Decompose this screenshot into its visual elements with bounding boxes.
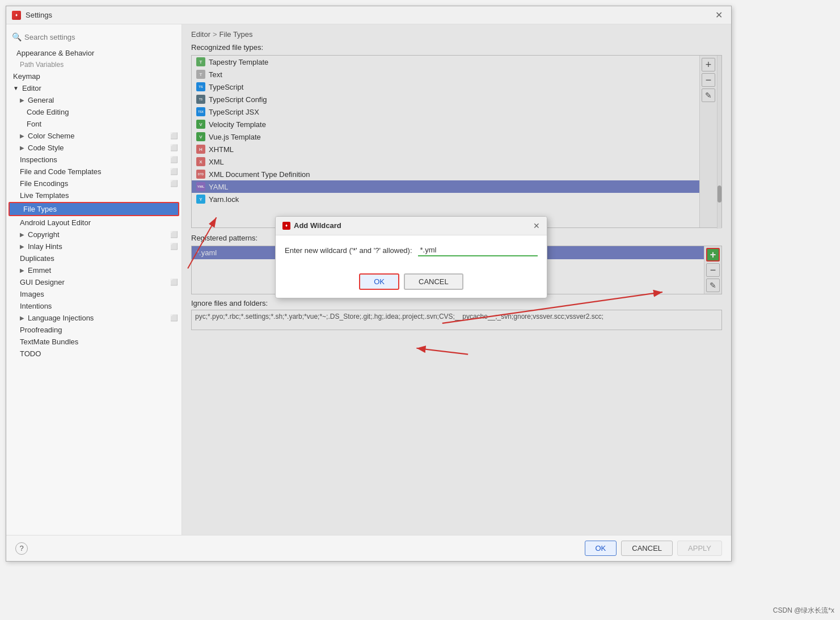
dialog-title: ♦ Add Wildcard <box>282 221 341 230</box>
copy-icon: ⬜ <box>170 314 178 322</box>
sidebar-item-label: Copyright <box>28 230 60 239</box>
sidebar-item-editor[interactable]: ▼ Editor <box>6 82 181 94</box>
sidebar-item-todo[interactable]: TODO <box>6 348 181 360</box>
arrow-icon: ▶ <box>20 267 24 273</box>
sidebar-item-intentions[interactable]: Intentions <box>6 300 181 312</box>
sidebar-item-label: Code Style <box>28 144 64 152</box>
copy-icon: ⬜ <box>170 231 178 238</box>
sidebar-item-general[interactable]: ▶ General <box>6 94 181 106</box>
add-wildcard-dialog: ♦ Add Wildcard ✕ Enter new wildcard ('*'… <box>275 216 547 298</box>
copy-icon: ⬜ <box>170 168 178 175</box>
sidebar-item-copyright[interactable]: ▶ Copyright ⬜ <box>6 229 181 241</box>
copy-icon: ⬜ <box>170 156 178 163</box>
sidebar-item-label: Language Injections <box>28 314 94 322</box>
dialog-cancel-button[interactable]: CANCEL <box>404 273 463 290</box>
sidebar-item-emmet[interactable]: ▶ Emmet <box>6 264 181 276</box>
expand-arrow-icon: ▼ <box>13 85 19 91</box>
sidebar-item-label: Inspections <box>20 155 57 164</box>
main-content: Editor > File Types Recognized file type… <box>182 24 731 535</box>
search-input[interactable] <box>24 33 176 41</box>
arrow-icon: ▶ <box>20 97 24 103</box>
sidebar-item-label: File and Code Templates <box>20 167 102 176</box>
sidebar-item-label: Code Editing <box>27 108 69 116</box>
sidebar-item-code-editing[interactable]: Code Editing <box>6 106 181 118</box>
search-icon: 🔍 <box>12 32 22 41</box>
dialog-input-row: Enter new wildcard ('*' and '?' allowed)… <box>285 244 538 256</box>
sidebar-item-label: Path Variables <box>20 61 64 69</box>
sidebar-item-label: Images <box>20 290 44 298</box>
arrow-icon: ▶ <box>20 145 24 151</box>
sidebar-item-label: Duplicates <box>20 254 54 263</box>
help-button[interactable]: ? <box>15 542 28 555</box>
sidebar-item-proofreading[interactable]: Proofreading <box>6 324 181 336</box>
sidebar-item-label: File Encodings <box>20 179 68 188</box>
titlebar: ♦ Settings ✕ <box>6 6 731 24</box>
arrow-icon: ▶ <box>20 231 24 238</box>
arrow-icon: ▶ <box>20 315 24 321</box>
sidebar-item-android-layout[interactable]: Android Layout Editor <box>6 217 181 229</box>
apply-button[interactable]: APPLY <box>677 541 722 556</box>
sidebar-item-duplicates[interactable]: Duplicates <box>6 252 181 264</box>
sidebar-item-file-code-templates[interactable]: File and Code Templates ⬜ <box>6 166 181 178</box>
dialog-body: Enter new wildcard ('*' and '?' allowed)… <box>276 235 547 269</box>
watermark: CSDN @绿水长流*x <box>773 606 834 615</box>
wildcard-input[interactable] <box>418 244 538 256</box>
sidebar-item-path-vars[interactable]: Path Variables <box>6 59 181 70</box>
window-body: 🔍 Appearance & Behavior Path Variables K… <box>6 24 731 535</box>
copy-icon: ⬜ <box>170 144 178 151</box>
search-bar[interactable]: 🔍 <box>6 29 181 47</box>
window-title: Settings <box>26 11 712 19</box>
sidebar-item-code-style[interactable]: ▶ Code Style ⬜ <box>6 142 181 154</box>
cancel-button[interactable]: CANCEL <box>621 541 673 556</box>
sidebar-item-label: Editor <box>22 84 41 92</box>
sidebar-item-label: Keymap <box>13 72 40 81</box>
sidebar-item-font[interactable]: Font <box>6 118 181 130</box>
close-button[interactable]: ✕ <box>712 10 725 20</box>
dialog-titlebar: ♦ Add Wildcard ✕ <box>276 217 547 235</box>
sidebar-item-live-templates[interactable]: Live Templates <box>6 189 181 201</box>
sidebar-item-label: TextMate Bundles <box>20 338 78 346</box>
dialog-icon: ♦ <box>282 222 290 230</box>
bottom-bar: ? OK CANCEL APPLY <box>6 535 731 561</box>
sidebar-item-label: Color Scheme <box>28 132 74 140</box>
sidebar-item-label: Font <box>27 120 41 128</box>
dialog-ok-button[interactable]: OK <box>359 273 399 290</box>
sidebar-item-file-encodings[interactable]: File Encodings ⬜ <box>6 178 181 189</box>
dialog-close-button[interactable]: ✕ <box>533 221 540 230</box>
copy-icon: ⬜ <box>170 180 178 187</box>
sidebar-item-label: General <box>28 96 54 104</box>
dialog-input-label: Enter new wildcard ('*' and '?' allowed)… <box>285 246 412 255</box>
sidebar-item-label: GUI Designer <box>20 278 65 286</box>
sidebar-item-inspections[interactable]: Inspections ⬜ <box>6 154 181 166</box>
dialog-input-wrapper <box>418 244 538 256</box>
sidebar-item-label: Intentions <box>20 302 52 310</box>
arrow-icon: ▶ <box>20 243 24 250</box>
ok-button[interactable]: OK <box>585 541 617 556</box>
copy-icon: ⬜ <box>170 243 178 250</box>
dialog-buttons: OK CANCEL <box>276 269 547 298</box>
file-types-highlight-box: File Types <box>9 202 179 216</box>
sidebar-item-label: Appearance & Behavior <box>16 49 94 57</box>
sidebar-item-label: Android Layout Editor <box>20 218 91 227</box>
sidebar-item-appearance[interactable]: Appearance & Behavior <box>6 47 181 59</box>
sidebar-item-label: Emmet <box>28 266 51 275</box>
sidebar-item-keymap[interactable]: Keymap <box>6 70 181 82</box>
dialog-overlay: ♦ Add Wildcard ✕ Enter new wildcard ('*'… <box>182 24 731 535</box>
sidebar-item-textmate-bundles[interactable]: TextMate Bundles <box>6 336 181 348</box>
sidebar: 🔍 Appearance & Behavior Path Variables K… <box>6 24 182 535</box>
arrow-icon: ▶ <box>20 133 24 139</box>
sidebar-item-label: File Types <box>23 205 57 213</box>
sidebar-item-label: TODO <box>20 349 41 358</box>
app-icon: ♦ <box>12 11 21 20</box>
sidebar-item-language-injections[interactable]: ▶ Language Injections ⬜ <box>6 312 181 324</box>
copy-icon: ⬜ <box>170 279 178 286</box>
sidebar-item-file-types[interactable]: File Types <box>10 203 178 215</box>
sidebar-item-label: Live Templates <box>20 191 69 200</box>
copy-icon: ⬜ <box>170 132 178 140</box>
sidebar-item-images[interactable]: Images <box>6 288 181 300</box>
sidebar-item-color-scheme[interactable]: ▶ Color Scheme ⬜ <box>6 130 181 142</box>
settings-window: ♦ Settings ✕ 🔍 Appearance & Behavior Pat… <box>6 6 732 562</box>
sidebar-item-label: Proofreading <box>20 326 62 334</box>
sidebar-item-gui-designer[interactable]: GUI Designer ⬜ <box>6 276 181 288</box>
sidebar-item-inlay-hints[interactable]: ▶ Inlay Hints ⬜ <box>6 241 181 252</box>
